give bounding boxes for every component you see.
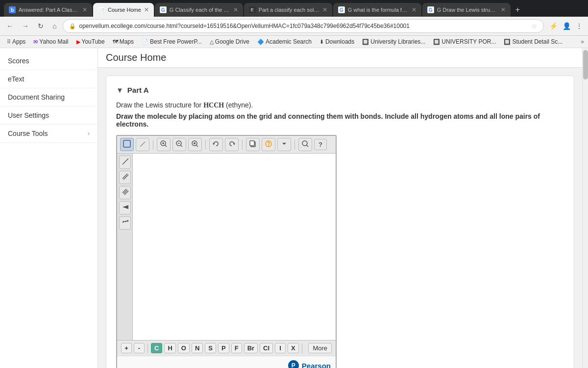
bookmark-powerpoint[interactable]: 📄 Best Free PowerP... — [139, 37, 205, 46]
yahoo-mail-icon: ✉ — [33, 39, 38, 45]
redo-button[interactable] — [225, 138, 239, 151]
extensions-button[interactable]: ⚡ — [548, 21, 559, 31]
search-button[interactable] — [298, 138, 312, 151]
sidebar-item-document-sharing[interactable]: Document Sharing — [0, 88, 98, 106]
bookmark-downloads[interactable]: ⬇ Downloads — [317, 37, 357, 46]
bookmark-youtube[interactable]: ▶ YouTube — [74, 37, 108, 46]
menu-button[interactable]: ⋮ — [574, 21, 584, 31]
tab-6[interactable]: G G Draw the Lewis structure fo... ✕ — [422, 3, 511, 17]
back-button[interactable]: ← — [4, 21, 16, 31]
element-C-button[interactable]: C — [151, 343, 162, 353]
tab-6-close[interactable]: ✕ — [501, 6, 506, 13]
add-atom-button[interactable]: + — [121, 343, 132, 353]
bookmark-student-detail[interactable]: 🔲 Student Detail Sc... — [501, 37, 565, 46]
sidebar-docsharing-label: Document Sharing — [8, 93, 65, 101]
sidebar-item-user-settings[interactable]: User Settings — [0, 106, 98, 125]
nav-bar: ← → ↻ ⌂ 🔒 openvellum.ecollege.com/course… — [0, 17, 588, 36]
address-bar[interactable]: 🔒 openvellum.ecollege.com/course.html?co… — [63, 19, 544, 33]
element-Br-button[interactable]: Br — [244, 343, 258, 353]
bookmark-google-drive[interactable]: △ Google Drive — [207, 37, 252, 46]
bookmarks-more[interactable]: » — [581, 38, 584, 45]
single-bond-button[interactable] — [119, 156, 131, 169]
chevron-right-icon: › — [88, 130, 90, 137]
svg-line-25 — [122, 189, 126, 193]
hint-button[interactable] — [262, 138, 275, 151]
element-P-button[interactable]: P — [218, 343, 229, 353]
bookmark-yahoo-label: Yahoo Mail — [39, 38, 68, 45]
scrollbar-track[interactable] — [582, 48, 588, 368]
tab-1[interactable]: b Answered: Part A Classify e... ✕ — [4, 3, 92, 17]
toolbar-separator-2 — [205, 140, 206, 150]
google-drive-icon: △ — [210, 39, 214, 45]
bookmark-university-por[interactable]: 🔲 UNIVERSITY POR... — [430, 37, 499, 46]
profile-button[interactable]: 👤 — [561, 21, 572, 31]
element-H-button[interactable]: H — [164, 343, 175, 353]
bookmark-academic-label: Academic Search — [266, 38, 312, 45]
tab-2-label: Course Home — [108, 7, 141, 13]
bookmark-university-lib[interactable]: 🔲 University Libraries... — [359, 37, 428, 46]
dash-bond-button[interactable] — [119, 216, 131, 230]
bookmark-yahoo-mail[interactable]: ✉ Yahoo Mail — [30, 37, 71, 46]
reload-button[interactable]: ↻ — [35, 21, 46, 31]
part-a-header: ▼ Part A — [116, 86, 564, 94]
help-button[interactable]: ? — [314, 139, 327, 150]
sidebar-etext-label: eText — [8, 75, 24, 83]
element-Cl-button[interactable]: Cl — [260, 343, 273, 353]
bookmark-unipor-label: UNIVERSITY POR... — [441, 38, 496, 45]
tab-1-close[interactable]: ✕ — [82, 6, 87, 13]
scrollbar-thumb[interactable] — [583, 50, 588, 79]
svg-marker-13 — [213, 142, 214, 145]
tab-5[interactable]: G G what is the formula for cuso... ✕ — [333, 3, 421, 17]
home-button[interactable]: ⌂ — [50, 21, 59, 31]
sidebar-item-course-tools[interactable]: Course Tools › — [0, 125, 98, 143]
tab-5-close[interactable]: ✕ — [412, 6, 416, 13]
part-a-instruction-bold: Draw the molecule by placing atoms on th… — [116, 112, 564, 128]
sidebar-coursetools-label: Course Tools — [8, 130, 48, 137]
tab-2[interactable]: 📄 Course Home ✕ — [93, 3, 154, 17]
tab-3[interactable]: G G Classify each of the followin... ✕ — [155, 3, 243, 17]
remove-atom-button[interactable]: - — [134, 343, 145, 353]
collapse-button[interactable]: ▼ — [116, 86, 123, 94]
expand-button[interactable] — [277, 138, 291, 151]
toolbar-separator-4 — [294, 140, 295, 150]
more-elements-button[interactable]: More — [308, 343, 332, 353]
forward-button[interactable]: → — [20, 21, 31, 31]
triple-bond-button[interactable] — [119, 186, 131, 199]
youtube-icon: ▶ — [76, 39, 80, 45]
element-separator — [147, 343, 148, 353]
zoom-fit-button[interactable] — [188, 138, 202, 151]
element-S-button[interactable]: S — [205, 343, 216, 353]
erase-tool-button[interactable] — [136, 138, 149, 151]
undo-button[interactable] — [209, 138, 223, 151]
copy-button[interactable] — [246, 138, 260, 151]
element-I-button[interactable]: I — [275, 343, 286, 353]
tab-4[interactable]: E Part a classify each solid as... ✕ — [244, 3, 332, 17]
bookmark-apps[interactable]: ⠿ Apps — [4, 37, 28, 46]
element-O-button[interactable]: O — [178, 343, 190, 353]
sidebar: Scores eText Document Sharing User Setti… — [0, 48, 98, 368]
sidebar-item-etext[interactable]: eText — [0, 70, 98, 88]
element-N-button[interactable]: N — [192, 343, 203, 353]
tab-2-close[interactable]: ✕ — [144, 6, 149, 13]
tab-5-favicon: G — [338, 6, 345, 13]
element-X-button[interactable]: X — [288, 343, 299, 353]
academic-search-icon: 🔷 — [257, 39, 264, 45]
sidebar-item-scores[interactable]: Scores — [0, 52, 98, 70]
zoom-out-button[interactable] — [172, 138, 186, 151]
bookmark-star-icon[interactable]: ☆ — [531, 22, 538, 30]
tab-3-label: G Classify each of the followin... — [170, 7, 230, 13]
svg-marker-19 — [282, 143, 286, 145]
new-tab-button[interactable]: + — [512, 5, 524, 14]
drawing-canvas[interactable] — [133, 154, 336, 340]
svg-line-29 — [122, 221, 124, 222]
select-tool-button[interactable] — [120, 138, 134, 151]
bookmark-academic-search[interactable]: 🔷 Academic Search — [254, 37, 315, 46]
tab-4-close[interactable]: ✕ — [322, 6, 327, 13]
bookmark-maps[interactable]: 🗺 Maps — [110, 37, 137, 46]
zoom-in-button[interactable] — [157, 138, 171, 151]
element-F-button[interactable]: F — [231, 343, 242, 353]
wedge-bond-button[interactable] — [119, 201, 131, 214]
tab-3-close[interactable]: ✕ — [233, 6, 238, 13]
double-bond-button[interactable] — [119, 171, 131, 184]
svg-point-11 — [194, 142, 196, 144]
